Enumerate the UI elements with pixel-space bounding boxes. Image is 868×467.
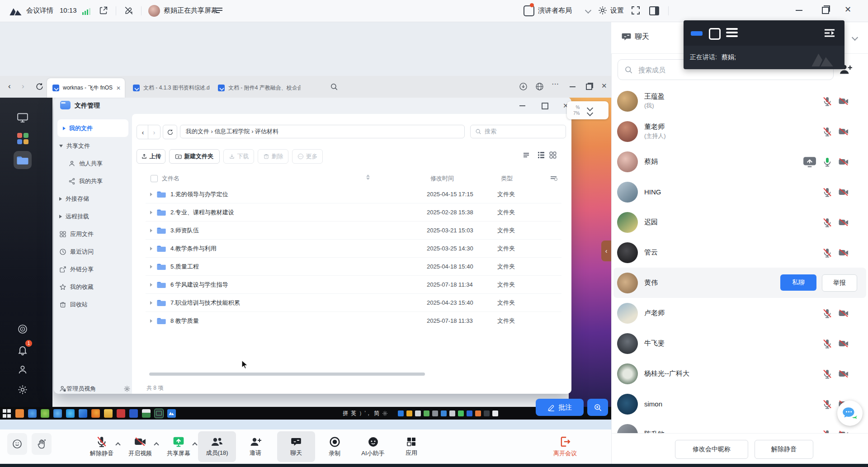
report-button[interactable]: 举报 (822, 274, 857, 292)
browser-tab-2[interactable]: 文档 - 4.1.3 图书资料综述.docx (127, 78, 210, 98)
more-button[interactable]: 更多 (292, 149, 323, 164)
emoji-reaction-button[interactable] (7, 433, 27, 455)
system-monitor-widget[interactable]: % 7% (567, 101, 609, 119)
file-row[interactable]: 6 学风建设与学生指导2025-07-18 11:34文件夹 (146, 276, 561, 294)
breadcrumb[interactable]: 我的文件 › 信息工程学院 › 评估材料 (180, 125, 465, 138)
side-panel-toggle-icon[interactable] (649, 6, 659, 15)
tray-icon[interactable] (415, 410, 421, 416)
camera-off-icon[interactable] (838, 96, 849, 107)
browser-minimize-button[interactable] (570, 86, 576, 87)
browser-back-button[interactable]: ‹ (8, 82, 11, 91)
collapse-chevrons-icon[interactable] (588, 106, 592, 115)
dock-app-grid-icon[interactable] (14, 129, 32, 147)
overlay-collapse-icon[interactable] (823, 28, 836, 38)
sidebar-settings-gear-icon[interactable] (123, 385, 131, 392)
toolbar-share-screen-button[interactable]: 共享屏幕 (160, 431, 198, 462)
dock-monitor-icon[interactable] (14, 108, 32, 127)
member-row-partial[interactable]: 陈升敏 (612, 419, 868, 433)
fm-refresh-button[interactable] (163, 125, 177, 139)
mic-muted-icon[interactable] (822, 338, 833, 349)
file-row[interactable]: 1.党的领导与办学定位2025-04-15 17:15文件夹 (146, 185, 561, 203)
rename-button[interactable]: 修改会中昵称 (675, 440, 748, 459)
mic-muted-icon[interactable] (822, 368, 833, 379)
member-row-hovered[interactable]: 黄伟 私聊 举报 (613, 268, 866, 298)
camera-off-icon[interactable] (838, 156, 849, 167)
member-row[interactable]: 卢老师 (612, 298, 868, 328)
camera-off-icon[interactable] (838, 247, 849, 258)
member-row[interactable]: HING (612, 177, 868, 207)
column-sort-icon[interactable] (366, 175, 370, 180)
browser-reload-button[interactable] (35, 82, 44, 91)
mic-muted-icon[interactable] (822, 399, 833, 410)
taskbar-app-icon[interactable] (142, 409, 151, 418)
private-chat-button[interactable]: 私聊 (780, 274, 816, 291)
minimize-button[interactable] (796, 10, 802, 11)
tray-icon[interactable] (492, 410, 498, 416)
tray-icon[interactable] (458, 410, 464, 416)
browser-forward-button[interactable]: › (22, 82, 24, 91)
tray-icon[interactable] (424, 410, 429, 416)
sidebar-item-external-links[interactable]: 外链分享 (54, 260, 132, 278)
leave-meeting-button[interactable]: 离开会议 (542, 431, 588, 462)
browser-download-icon[interactable] (519, 82, 528, 91)
overlay-minimize-icon[interactable] (691, 31, 703, 36)
member-row[interactable]: 管云 (612, 237, 868, 268)
ime-indicator[interactable]: 简 (374, 410, 379, 417)
sidebar-item-shared-files[interactable]: 共享文件 (54, 137, 132, 155)
download-button[interactable]: 下载 (223, 149, 254, 164)
ime-punct-icon[interactable]: ）’， (359, 410, 371, 417)
sharing-detail-icon[interactable] (216, 8, 222, 13)
sidebar-item-remote-mount[interactable]: 远程挂载 (54, 208, 132, 225)
mic-muted-icon[interactable] (822, 247, 833, 258)
admin-view-row[interactable]: 管理员视角 (54, 383, 137, 394)
member-row[interactable]: 杨桂光--广科大 (612, 359, 868, 389)
tray-icon[interactable] (475, 410, 481, 416)
sidebar-item-my-files[interactable]: 我的文件 (57, 119, 128, 137)
sidebar-item-recycle-bin[interactable]: 回收站 (54, 296, 132, 313)
camera-off-icon[interactable] (838, 126, 849, 137)
settings-gear-icon[interactable] (598, 5, 608, 15)
mic-muted-icon[interactable] (822, 187, 833, 198)
taskbar-app-icon[interactable] (41, 409, 49, 418)
file-row[interactable]: 7.职业培训与技术技能积累2025-04-23 15:40文件夹 (146, 294, 561, 312)
fm-search-input[interactable]: 搜索 (470, 125, 566, 138)
dock-settings-icon[interactable] (14, 381, 32, 399)
maximize-button[interactable] (822, 7, 829, 14)
toolbar-ai-assistant-button[interactable]: AI小助手 (354, 431, 392, 462)
taskbar-app-icon[interactable] (15, 409, 24, 418)
member-row[interactable]: 迟园 (612, 207, 868, 237)
chevron-up-icon[interactable] (154, 442, 159, 447)
member-row[interactable]: 董老师(主持人) (612, 116, 868, 146)
mic-muted-icon[interactable] (822, 217, 833, 228)
select-all-checkbox[interactable] (151, 175, 158, 182)
toolbar-record-button[interactable]: 录制 (316, 431, 354, 462)
camera-off-icon[interactable] (838, 217, 849, 228)
taskbar-app-icon[interactable] (79, 409, 87, 418)
file-row[interactable]: 4.教学条件与利用2025-03-25 14:30文件夹 (146, 240, 561, 258)
overlay-window-icon[interactable] (709, 28, 721, 40)
taskbar-app-icon[interactable] (66, 409, 75, 418)
sidebar-item-favorites[interactable]: 我的收藏 (54, 278, 132, 296)
tray-icon[interactable] (467, 410, 472, 416)
camera-off-icon[interactable] (838, 187, 849, 198)
share-window-icon[interactable] (99, 5, 108, 15)
member-row[interactable]: 蔡娟 (612, 146, 868, 177)
window-maximize-button[interactable] (541, 102, 548, 109)
taskbar-app-icon[interactable] (28, 409, 37, 418)
settings-button[interactable]: 设置 (610, 6, 624, 15)
ime-indicator[interactable]: 拼 (343, 410, 348, 417)
new-folder-button[interactable]: 新建文件夹 (169, 149, 220, 164)
fm-forward-button[interactable]: › (148, 125, 160, 139)
file-row[interactable]: 3.师资队伍2025-03-21 15:03文件夹 (146, 222, 561, 240)
browser-close-button[interactable]: ✕ (601, 82, 607, 90)
tab-close-icon[interactable]: ✕ (116, 85, 121, 91)
panel-collapse-handle[interactable]: ‹ (601, 241, 611, 261)
tab-search-icon[interactable] (330, 83, 338, 91)
fullscreen-icon[interactable] (631, 6, 640, 15)
mic-muted-icon[interactable] (822, 126, 833, 137)
list-view-icon[interactable] (537, 151, 545, 159)
dock-files-icon-active[interactable] (14, 151, 32, 169)
member-row[interactable]: 王蕴盈(我) (612, 86, 868, 116)
sort-order-icon[interactable] (524, 152, 529, 158)
file-manager-title-bar[interactable]: 文件管理 ✕ (54, 98, 571, 114)
